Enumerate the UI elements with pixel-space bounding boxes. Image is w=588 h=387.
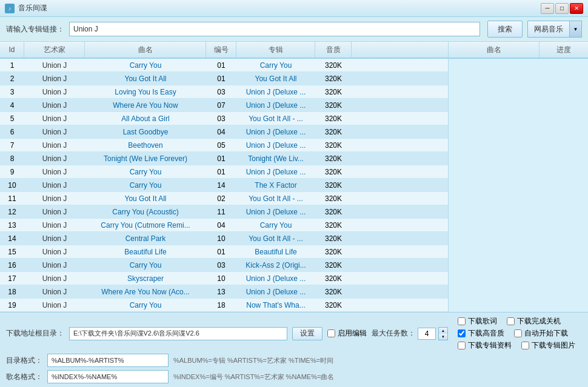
table-row[interactable]: 8 Union J Tonight (We Live Forever) 01 T…	[0, 152, 448, 165]
table-row[interactable]: 11 Union J You Got It All 02 You Got It …	[0, 192, 448, 205]
cell-song: Central Park	[85, 234, 206, 243]
dir-format-row: 目录格式： %ALBUM%=专辑 %ARTIST%=艺术家 %TIME%=时间	[6, 354, 582, 367]
download-album-info-label[interactable]: 下载专辑资料	[468, 340, 512, 351]
search-button[interactable]: 搜索	[487, 21, 523, 38]
close-button[interactable]: ✕	[570, 3, 583, 14]
cell-song: Beautiful Life	[85, 248, 206, 256]
table-row[interactable]: 18 Union J Where Are You Now (Aco... 13 …	[0, 285, 448, 299]
cell-artist: Union J	[24, 234, 85, 243]
song-format-input[interactable]	[47, 370, 169, 383]
cell-id: 6	[0, 128, 24, 136]
cell-id: 5	[0, 114, 24, 123]
cell-quality: 320K	[315, 88, 352, 96]
cell-quality: 320K	[315, 168, 352, 176]
col-num: 编号	[206, 42, 236, 58]
cell-id: 15	[0, 248, 24, 256]
cell-song: Carry You	[85, 168, 206, 176]
download-album-info-checkbox[interactable]	[458, 342, 466, 349]
cell-id: 3	[0, 88, 24, 96]
table-row[interactable]: 9 Union J Carry You 01 Union J (Deluxe .…	[0, 165, 448, 179]
main-content: 请输入专辑链接： 搜索 网易音乐 ▼ Id 艺术家 曲名 编号 专辑 音质 1 …	[0, 17, 588, 387]
table-row[interactable]: 1 Union J Carry You 01 Carry You 320K	[0, 59, 448, 72]
max-tasks-input[interactable]	[418, 328, 436, 340]
cell-artist: Union J	[24, 88, 85, 96]
cell-artist: Union J	[24, 301, 85, 309]
cell-num: 02	[206, 194, 236, 203]
download-hq-checkbox[interactable]	[458, 329, 466, 337]
auto-start-download-label[interactable]: 自动开始下载	[524, 328, 568, 339]
table-row[interactable]: 17 Union J Skyscraper 10 Union J (Deluxe…	[0, 272, 448, 285]
table-row[interactable]: 12 Union J Carry You (Acoustic) 11 Union…	[0, 205, 448, 219]
cell-artist: Union J	[24, 248, 85, 256]
right-col-song: 曲名	[449, 42, 540, 58]
table-row[interactable]: 3 Union J Loving You Is Easy 03 Union J …	[0, 85, 448, 99]
max-tasks-group: 最大任务数： ▲ ▼	[372, 327, 448, 340]
settings-button[interactable]: 设置	[292, 327, 322, 340]
cell-song: Skyscraper	[85, 274, 206, 283]
cell-artist: Union J	[24, 154, 85, 163]
cell-song: Where Are You Now	[85, 101, 206, 110]
table-row[interactable]: 16 Union J Carry You 03 Kick-Ass 2 (Orig…	[0, 259, 448, 272]
cell-song: Carry You (Cutmore Remi...	[85, 221, 206, 230]
tasks-spinner: ▲ ▼	[438, 327, 448, 340]
table-row[interactable]: 10 Union J Carry You 14 The X Factor 320…	[0, 179, 448, 192]
download-lyrics-checkbox[interactable]	[458, 317, 466, 325]
cell-album: Carry You	[236, 221, 315, 230]
cell-album: Kick-Ass 2 (Origi...	[236, 261, 315, 270]
song-table[interactable]: 1 Union J Carry You 01 Carry You 320K 2 …	[0, 59, 448, 312]
source-dropdown-button[interactable]: ▼	[569, 21, 581, 37]
table-row[interactable]: 14 Union J Central Park 10 You Got It Al…	[0, 232, 448, 245]
title-bar-left: ♪ 音乐间谍	[5, 3, 47, 13]
dir-input[interactable]	[69, 327, 287, 340]
dir-format-label: 目录格式：	[6, 356, 42, 366]
cell-artist: Union J	[24, 74, 85, 83]
cell-id: 12	[0, 208, 24, 216]
download-complete-shutdown-label[interactable]: 下载完成关机	[517, 316, 561, 326]
col-id: Id	[0, 42, 24, 58]
enable-edit-label[interactable]: 启用编辑	[338, 328, 367, 339]
cell-song: Beethoven	[85, 141, 206, 150]
download-lyrics-label[interactable]: 下载歌词	[468, 316, 497, 326]
auto-start-download-checkbox[interactable]	[514, 329, 522, 337]
table-row[interactable]: 2 Union J You Got It All 01 You Got It A…	[0, 72, 448, 85]
right-header: 曲名 进度	[449, 42, 588, 59]
tasks-down[interactable]: ▼	[439, 334, 447, 340]
cell-artist: Union J	[24, 61, 85, 70]
table-row[interactable]: 4 Union J Where Are You Now 07 Union J (…	[0, 99, 448, 112]
enable-edit-checkbox[interactable]	[327, 329, 335, 337]
cell-album: The X Factor	[236, 181, 315, 190]
table-row[interactable]: 13 Union J Carry You (Cutmore Remi... 04…	[0, 219, 448, 232]
download-album-image-label[interactable]: 下载专辑图片	[532, 340, 575, 351]
cell-id: 2	[0, 74, 24, 83]
cell-id: 7	[0, 141, 24, 150]
body-area: Id 艺术家 曲名 编号 专辑 音质 1 Union J Carry You 0…	[0, 42, 588, 312]
cell-album: Union J (Deluxe ...	[236, 288, 315, 296]
download-complete-shutdown-checkbox[interactable]	[507, 317, 515, 325]
table-header: Id 艺术家 曲名 编号 专辑 音质	[0, 42, 448, 59]
dir-label: 下载地址根目录：	[6, 328, 64, 339]
table-row[interactable]: 5 Union J All About a Girl 03 You Got It…	[0, 112, 448, 125]
cell-num: 14	[206, 181, 236, 190]
window-controls: ─ □ ✕	[541, 3, 583, 14]
table-row[interactable]: 7 Union J Beethoven 05 Union J (Deluxe .…	[0, 139, 448, 152]
url-input[interactable]	[69, 22, 480, 36]
cb-album-info-group: 下载专辑资料	[458, 340, 512, 351]
dir-format-input[interactable]	[47, 354, 169, 367]
cell-album: Beautiful Life	[236, 248, 315, 256]
table-row[interactable]: 15 Union J Beautiful Life 01 Beautiful L…	[0, 245, 448, 259]
table-row[interactable]: 6 Union J Last Goodbye 04 Union J (Delux…	[0, 125, 448, 139]
source-label: 网易音乐	[528, 24, 569, 35]
cell-artist: Union J	[24, 261, 85, 270]
table-row[interactable]: 19 Union J Carry You 18 Now That's Wha..…	[0, 299, 448, 312]
cell-num: 04	[206, 128, 236, 136]
col-artist: 艺术家	[24, 42, 85, 58]
minimize-button[interactable]: ─	[541, 3, 554, 14]
cell-artist: Union J	[24, 101, 85, 110]
download-album-image-checkbox[interactable]	[521, 342, 529, 349]
cell-num: 01	[206, 74, 236, 83]
source-selector: 网易音乐 ▼	[527, 21, 582, 38]
download-hq-label[interactable]: 下载高音质	[468, 328, 504, 339]
cell-album: You Got It All - ...	[236, 234, 315, 243]
maximize-button[interactable]: □	[555, 3, 569, 14]
tasks-up[interactable]: ▲	[439, 328, 447, 334]
